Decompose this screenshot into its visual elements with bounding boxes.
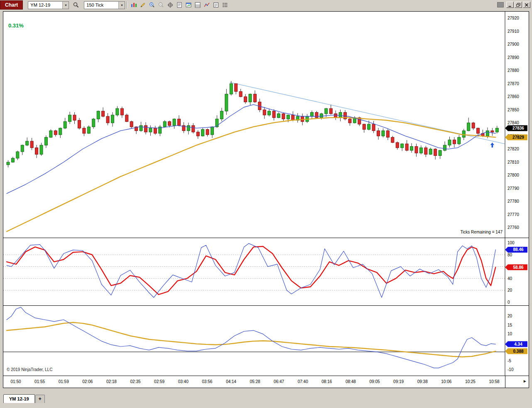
ninjatrader-chart-window: Chart YM 12-19 ▼ 150 Tick ▼ [0,0,532,407]
restore-button[interactable] [515,2,522,8]
macd-signal-value-marker-label: 0.388 [513,349,523,354]
time-label: 01:55 [30,379,50,384]
report-icon[interactable] [175,1,184,9]
chevron-down-icon[interactable]: ▼ [118,2,125,9]
price-panel[interactable]: 2792027910279002789027880278702786027850… [3,12,529,238]
axis-tick-label: 27810 [507,160,519,165]
axis-tick-label: 27760 [507,225,519,230]
axis-tick-label: 40 [507,276,512,281]
time-label: 02:59 [150,379,169,384]
time-label: 04:14 [221,379,241,384]
axis-tick-label: -10 [507,367,514,372]
time-label: 10:06 [436,379,456,384]
minimize-button[interactable] [506,2,514,8]
close-button[interactable] [523,2,530,8]
axis-tick-label: 27910 [507,29,519,34]
stochastics-chart[interactable]: 10080604020088.4658.86 [3,238,529,306]
time-label: 08:48 [341,379,360,384]
price-chart[interactable]: 2792027910279002789027880278702786027850… [3,12,529,238]
macd-chart[interactable]: 201510-5-104.340.388© 2019 NinjaTrader, … [3,306,529,376]
time-label: 07:40 [293,379,313,384]
axis-tick-label: 80 [507,253,512,257]
chart-trader-icon[interactable] [184,1,193,9]
tab-ym-12-19[interactable]: YM 12-19 [3,394,35,403]
zoom-out-icon[interactable] [157,1,166,9]
crosshair-icon[interactable] [166,1,175,9]
axis-tick-label: 15 [507,323,512,327]
axis-tick-label: 27920 [507,16,519,20]
time-label: 09:05 [365,379,385,384]
axis-tick-label: 27850 [507,108,519,112]
axis-divider [505,376,505,388]
toolbar: Chart YM 12-19 ▼ 150 Tick ▼ [0,0,532,10]
time-label: 08:16 [317,379,337,384]
ticks-remaining-label: Ticks Remaining = 147 [460,230,503,234]
buy-signal-arrow[interactable] [490,143,494,147]
interval-value: 150 Tick [84,2,118,7]
axis-tick-label: 27790 [507,186,519,191]
axis-tick-label: 27890 [507,55,519,60]
chart-style-icon[interactable] [129,1,138,9]
axis-tick-label: 27840 [507,120,519,125]
interval-dropdown[interactable]: 150 Tick ▼ [84,1,125,9]
search-icon[interactable] [71,1,81,9]
axis-tick-label: 100 [507,241,515,245]
tab-bar: YM 12-19 + [3,394,45,403]
panels-icon[interactable] [193,1,202,9]
axis-tick-label: 27900 [507,42,519,47]
toolbar-separator [127,1,127,9]
time-label: 05:28 [245,379,265,384]
time-label: 10:58 [484,379,504,384]
stoch-d-value-marker-label: 58.86 [513,265,523,270]
copyright-label: © 2019 NinjaTrader, LLC [7,367,52,372]
axis-tick-label: 10 [507,332,512,336]
axis-tick-label: 0 [507,300,510,305]
axis-tick-label: 27770 [507,212,519,217]
stochastics-panel[interactable]: 10080604020088.4658.86 [3,238,529,306]
ma-value-marker-label: 27829 [512,135,524,140]
time-label: 02:18 [101,379,121,384]
zoom-in-icon[interactable] [147,1,157,9]
macd-panel[interactable]: 201510-5-104.340.388© 2019 NinjaTrader, … [3,306,529,376]
drawing-tools-icon[interactable] [138,1,147,9]
time-label: 03:40 [173,379,193,384]
time-label: 09:19 [389,379,409,384]
chart-window-badge[interactable]: Chart [0,0,23,10]
inactive-box-icon [497,2,504,7]
axis-tick-label: 27860 [507,94,519,99]
axis-tick-label: 27780 [507,199,519,204]
properties-icon[interactable] [221,1,230,9]
time-label: 02:35 [125,379,145,384]
indicators-icon[interactable] [202,1,211,9]
axis-tick-label: 27880 [507,68,519,73]
percent-change-label: 0.31% [8,22,24,29]
stoch-k-value-marker-label: 88.46 [513,247,523,252]
bottom-area: YM 12-19 + [0,388,532,407]
add-tab-button[interactable]: + [35,395,45,403]
axis-tick-label: 27800 [507,173,519,177]
axis-tick-label: 27820 [507,147,519,151]
time-label: 10:25 [460,379,480,384]
time-label: 01:59 [54,379,74,384]
data-box-icon[interactable] [211,1,221,9]
instrument-dropdown[interactable]: YM 12-19 ▼ [28,1,69,9]
time-label: 09:38 [412,379,432,384]
macd-value-marker-label: 4.34 [514,342,522,347]
chevron-down-icon[interactable]: ▼ [62,2,69,9]
last-price-marker-label: 27836 [512,126,524,130]
axis-tick-label: 20 [507,288,512,292]
time-label: 01:50 [6,379,26,384]
instrument-value: YM 12-19 [28,2,62,7]
window-controls [497,2,530,8]
time-label: 02:06 [78,379,98,384]
scroll-right-icon[interactable]: ▶ [524,380,526,383]
axis-tick-label: -5 [507,359,511,363]
time-axis[interactable]: ▶ 01:5001:5501:5902:0602:1802:3502:5903:… [3,376,529,388]
time-label: 06:47 [269,379,289,384]
axis-tick-label: 27870 [507,81,519,86]
time-label: 03:56 [197,379,217,384]
axis-tick-label: 20 [507,314,512,318]
chart-container: 2792027910279002789027880278702786027850… [3,11,529,388]
